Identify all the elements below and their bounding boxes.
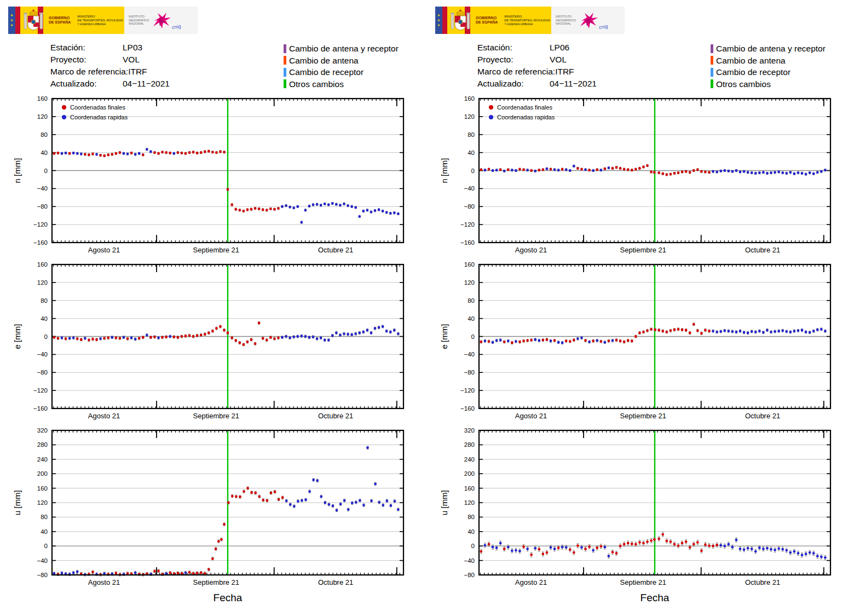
ministry-text: MINISTERIODE TRANSPORTES, MOVILIDADY AGE… [77, 15, 123, 26]
ministry-block: GOBIERNODE ESPAÑA MINISTERIODE TRANSPORT… [43, 7, 124, 34]
legend-label: Otros cambios [716, 78, 771, 90]
svg-text:120: 120 [464, 279, 475, 286]
svg-text:120: 120 [37, 279, 48, 286]
svg-text:Coordenadas rapidas: Coordenadas rapidas [497, 114, 555, 120]
svg-text:80: 80 [468, 131, 475, 138]
info-label: Proyecto: [477, 54, 550, 66]
svg-text:−80: −80 [37, 203, 48, 210]
info-row: Marco de referencia:ITRF [477, 66, 597, 78]
svg-text:n [mm]: n [mm] [440, 158, 449, 183]
info-row: Actualizado:04−11−2021 [477, 78, 597, 90]
svg-text:−40: −40 [37, 351, 48, 358]
flag-stars: ★★★ [435, 7, 442, 34]
svg-text:Septiembre 21: Septiembre 21 [193, 246, 240, 254]
government-logo: ★★★ GOBIERNODE ESPAÑA [435, 7, 625, 34]
info-value: LP06 [550, 42, 569, 54]
info-row: Estación:LP06 [477, 42, 597, 54]
svg-text:Septiembre 21: Septiembre 21 [193, 578, 240, 586]
svg-text:40: 40 [468, 149, 475, 156]
svg-text:40: 40 [468, 315, 475, 322]
event-legend: Cambio de antena y receptor Cambio de an… [284, 43, 399, 90]
ign-text: INSTITUTOGEOGRÁFICONACIONAL [556, 15, 576, 26]
svg-text:80: 80 [468, 514, 475, 520]
flag-stars: ★★★ [8, 7, 15, 34]
legend-item: Cambio de antena [284, 55, 399, 67]
info-value: LP03 [123, 42, 142, 54]
spain-flag: ★★★ [8, 7, 43, 34]
legend-swatch [284, 68, 286, 77]
info-value: VOL [550, 54, 567, 66]
svg-text:−40: −40 [37, 185, 48, 192]
legend-label: Cambio de antena [289, 55, 359, 67]
legend-item: Otros cambios [284, 78, 399, 90]
svg-text:−160: −160 [33, 239, 48, 246]
svg-text:−80: −80 [464, 572, 475, 578]
info-row: Proyecto:VOL [477, 54, 597, 66]
legend-swatch [711, 79, 713, 88]
gobierno-text: GOBIERNODE ESPAÑA [49, 16, 71, 25]
svg-text:Fecha: Fecha [214, 592, 243, 603]
svg-text:e [mm]: e [mm] [13, 324, 22, 349]
chart-lp03-u: −80−4004080120160200240280320Agosto 21Se… [8, 425, 416, 610]
ign-splash-icon [151, 11, 172, 30]
svg-text:280: 280 [464, 441, 475, 448]
svg-text:−40: −40 [37, 557, 48, 564]
legend-label: Cambio de antena y receptor [716, 43, 826, 55]
info-value: 04−11−2021 [550, 78, 597, 90]
legend-label: Cambio de antena y receptor [289, 43, 399, 55]
legend-swatch [711, 56, 713, 65]
svg-text:Agosto 21: Agosto 21 [515, 246, 547, 254]
svg-text:−80: −80 [37, 572, 48, 578]
svg-text:Agosto 21: Agosto 21 [88, 412, 120, 420]
svg-text:320: 320 [464, 427, 475, 434]
svg-text:80: 80 [41, 297, 48, 304]
svg-text:280: 280 [37, 441, 48, 448]
info-value: ITRF [555, 66, 574, 78]
event-legend: Cambio de antena y receptor Cambio de an… [711, 43, 826, 90]
svg-text:40: 40 [468, 528, 475, 535]
svg-text:Septiembre 21: Septiembre 21 [193, 412, 240, 420]
coat-of-arms-icon [449, 8, 471, 32]
cnig-signature: cnig [599, 24, 609, 30]
legend-item: Cambio de receptor [284, 66, 399, 78]
legend-item: Cambio de antena [711, 55, 826, 67]
chart-lp03-n: −160−120−80−4004080120160Agosto 21Septie… [8, 93, 416, 257]
svg-text:Coordenadas rapidas: Coordenadas rapidas [70, 114, 128, 120]
svg-text:160: 160 [37, 261, 48, 268]
info-label: Proyecto: [50, 54, 123, 66]
svg-text:e [mm]: e [mm] [440, 324, 449, 349]
spain-flag: ★★★ [435, 7, 470, 34]
svg-text:−120: −120 [460, 387, 475, 394]
svg-text:160: 160 [37, 95, 48, 102]
svg-text:0: 0 [44, 543, 48, 549]
legend-swatch [284, 79, 286, 88]
svg-text:Fecha: Fecha [641, 592, 670, 603]
info-label: Estación: [477, 42, 550, 54]
ign-block: INSTITUTOGEOGRÁFICONACIONAL cnig [551, 7, 625, 34]
info-label: Estación: [50, 42, 123, 54]
legend-label: Otros cambios [289, 78, 344, 90]
svg-text:160: 160 [37, 485, 48, 492]
info-row: Marco de referencia:ITRF [50, 66, 170, 78]
legend-label: Cambio de receptor [289, 66, 363, 78]
svg-text:Coordenadas finales: Coordenadas finales [70, 104, 125, 111]
station-info: Estación:LP06 Proyecto:VOL Marco de refe… [477, 42, 597, 90]
svg-text:Septiembre 21: Septiembre 21 [620, 578, 667, 586]
svg-text:−40: −40 [464, 557, 475, 564]
ign-splash-icon [578, 11, 599, 30]
legend-swatch [711, 68, 713, 77]
svg-text:200: 200 [37, 470, 48, 477]
svg-text:0: 0 [44, 333, 48, 340]
svg-text:Agosto 21: Agosto 21 [515, 578, 547, 586]
svg-text:120: 120 [464, 113, 475, 120]
svg-text:0: 0 [44, 168, 48, 174]
svg-text:80: 80 [41, 131, 48, 138]
panel-lp03: ★★★ GOBIERNODE ESPAÑA [0, 0, 427, 616]
svg-text:−120: −120 [33, 387, 48, 394]
svg-text:−120: −120 [33, 221, 48, 228]
svg-text:200: 200 [464, 470, 475, 477]
legend-item: Cambio de antena y receptor [284, 43, 399, 55]
svg-text:40: 40 [41, 149, 48, 156]
svg-text:−160: −160 [33, 405, 48, 412]
info-label: Marco de referencia: [477, 66, 555, 78]
